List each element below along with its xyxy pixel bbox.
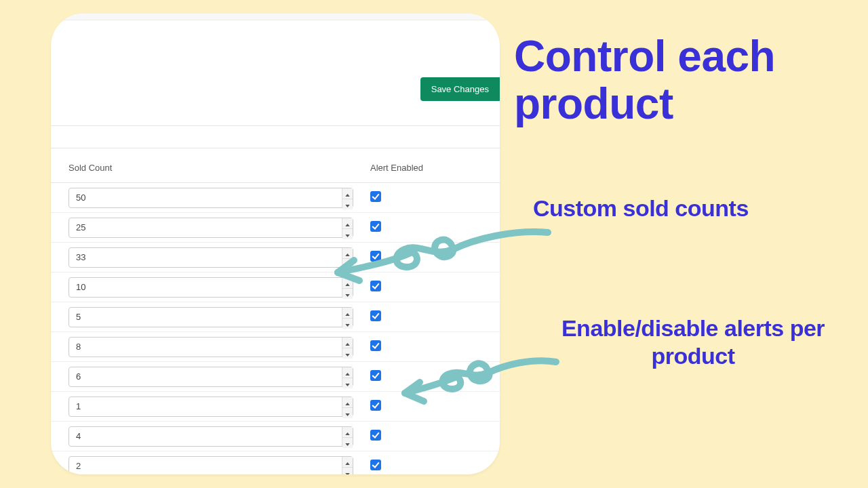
- step-up-button[interactable]: [342, 188, 353, 199]
- quantity-stepper: [68, 456, 353, 475]
- table-row: [51, 422, 500, 451]
- sold-count-input[interactable]: [68, 218, 353, 238]
- step-down-button[interactable]: [342, 438, 353, 448]
- sold-count-input[interactable]: [68, 247, 353, 268]
- sold-count-input[interactable]: [68, 426, 353, 447]
- step-up-button[interactable]: [342, 427, 353, 438]
- quantity-stepper: [68, 277, 353, 298]
- step-up-button[interactable]: [342, 367, 353, 378]
- products-table: Sold Count Alert Enabled: [51, 156, 500, 474]
- sold-count-input[interactable]: [68, 307, 353, 327]
- cell-sold-count: [68, 367, 370, 387]
- chevron-down-icon: [345, 199, 350, 209]
- alert-enabled-checkbox[interactable]: [370, 310, 381, 321]
- stepper-buttons: [342, 457, 353, 475]
- alert-enabled-checkbox[interactable]: [370, 460, 381, 470]
- annotation-headline: Control each product: [514, 33, 853, 128]
- step-down-button[interactable]: [342, 199, 353, 209]
- sold-count-input[interactable]: [68, 396, 353, 417]
- stepper-buttons: [342, 308, 353, 327]
- cell-alert-enabled: [370, 430, 482, 443]
- quantity-stepper: [68, 426, 353, 447]
- step-down-button[interactable]: [342, 348, 353, 359]
- sold-count-input[interactable]: [68, 337, 353, 357]
- cell-alert-enabled: [370, 460, 482, 473]
- quantity-stepper: [68, 188, 353, 208]
- chevron-down-icon: [345, 408, 350, 418]
- step-down-button[interactable]: [342, 408, 353, 418]
- table-row: [51, 302, 500, 332]
- alert-enabled-checkbox[interactable]: [370, 430, 381, 441]
- step-up-button[interactable]: [342, 338, 353, 348]
- stepper-buttons: [342, 397, 353, 416]
- quantity-stepper: [68, 337, 353, 357]
- sold-count-input[interactable]: [68, 456, 353, 475]
- chevron-up-icon: [345, 308, 350, 318]
- table-header: Sold Count Alert Enabled: [51, 156, 500, 183]
- alert-enabled-checkbox[interactable]: [370, 400, 381, 411]
- stepper-buttons: [342, 427, 353, 446]
- annotation-enable-disable-alerts: Enable/disable alerts per product: [530, 314, 856, 370]
- step-up-button[interactable]: [342, 308, 353, 319]
- chevron-up-icon: [345, 397, 350, 407]
- cell-alert-enabled: [370, 340, 482, 354]
- quantity-stepper: [68, 396, 353, 417]
- quantity-stepper: [68, 218, 353, 238]
- section-divider: [51, 125, 500, 148]
- arrow-to-sold-count: [324, 222, 555, 297]
- chevron-down-icon: [345, 438, 350, 448]
- alert-enabled-checkbox[interactable]: [370, 191, 381, 202]
- arrow-to-alert-enabled: [397, 352, 559, 413]
- table-row: [51, 451, 500, 474]
- cell-sold-count: [68, 456, 370, 475]
- save-changes-button[interactable]: Save Changes: [420, 77, 500, 101]
- cell-sold-count: [68, 188, 370, 208]
- step-up-button[interactable]: [342, 397, 353, 408]
- quantity-stepper: [68, 307, 353, 327]
- alert-enabled-checkbox[interactable]: [370, 340, 381, 351]
- panel-top-strip: [51, 14, 500, 20]
- chevron-up-icon: [345, 338, 350, 348]
- stepper-buttons: [342, 188, 353, 207]
- table-row: [51, 183, 500, 213]
- chevron-up-icon: [345, 367, 350, 378]
- col-sold-count: Sold Count: [68, 163, 370, 173]
- step-down-button[interactable]: [342, 468, 353, 475]
- cell-sold-count: [68, 396, 370, 417]
- sold-count-input[interactable]: [68, 277, 353, 298]
- alert-enabled-checkbox[interactable]: [370, 370, 381, 381]
- stepper-buttons: [342, 367, 353, 386]
- chevron-down-icon: [345, 348, 350, 359]
- step-down-button[interactable]: [342, 319, 353, 329]
- col-alert-enabled: Alert Enabled: [370, 163, 482, 173]
- chevron-down-icon: [345, 468, 350, 475]
- chevron-down-icon: [345, 378, 350, 388]
- chevron-up-icon: [345, 188, 350, 199]
- step-down-button[interactable]: [342, 378, 353, 388]
- step-up-button[interactable]: [342, 457, 353, 468]
- quantity-stepper: [68, 367, 353, 387]
- cell-alert-enabled: [370, 191, 482, 205]
- quantity-stepper: [68, 247, 353, 268]
- sold-count-input[interactable]: [68, 367, 353, 387]
- chevron-down-icon: [345, 319, 350, 329]
- cell-sold-count: [68, 426, 370, 447]
- annotation-custom-sold-counts: Custom sold counts: [533, 195, 852, 222]
- sold-count-input[interactable]: [68, 188, 353, 208]
- cell-sold-count: [68, 337, 370, 357]
- chevron-up-icon: [345, 457, 350, 467]
- stepper-buttons: [342, 338, 353, 357]
- cell-sold-count: [68, 307, 370, 327]
- chevron-up-icon: [345, 427, 350, 437]
- cell-alert-enabled: [370, 310, 482, 324]
